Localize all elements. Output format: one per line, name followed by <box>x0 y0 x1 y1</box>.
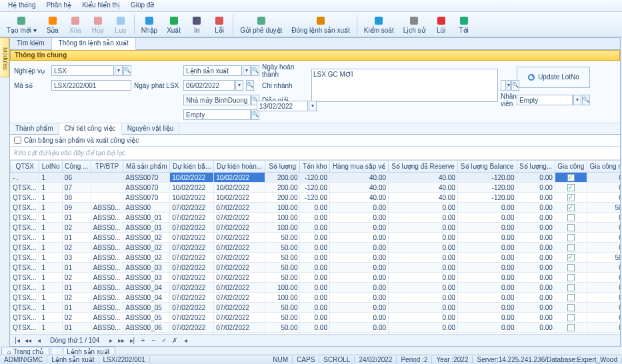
nav-prevpage-icon[interactable]: ◂◂ <box>23 337 33 344</box>
table-row[interactable]: QTSX...101ABSS0...ABSS00_0107/02/202207/… <box>11 213 621 223</box>
chinhanh-dropdown-icon[interactable]: ▾ <box>507 80 511 91</box>
loai-input[interactable] <box>183 65 242 76</box>
nav-first-icon[interactable]: |◂ <box>13 337 22 344</box>
tab-thanhpham[interactable]: Thành phẩm <box>10 123 59 134</box>
toolbar-xuất[interactable]: Xuất <box>163 13 185 36</box>
giacong-checkbox[interactable] <box>567 324 575 331</box>
toolbar-kiểm-soát[interactable]: Kiểm soát <box>360 13 398 36</box>
nav-left-icon[interactable]: ◂ <box>181 337 190 344</box>
nav-prev-icon[interactable]: ◂ <box>34 337 43 344</box>
nhamay-input[interactable] <box>183 95 251 105</box>
col-7[interactable]: Số lượng <box>265 161 300 173</box>
table-row[interactable]: QTSX...101ABSS0...ABSS00_0307/02/202207/… <box>11 263 621 273</box>
toolbar-đóng-lệnh-sản-xuất[interactable]: Đóng lệnh sản xuất <box>287 13 354 36</box>
nhanvien-input[interactable] <box>517 95 573 105</box>
col-10[interactable]: Số lượng đã Reserve <box>389 161 458 173</box>
col-3[interactable]: TP/BTP <box>91 161 123 173</box>
nav-nextpage-icon[interactable]: ▸▸ <box>117 337 126 344</box>
tab-chitiet[interactable]: Chi tiết công việc <box>59 123 122 135</box>
table-row[interactable]: QTSX...102ABSS0...ABSS00_0407/02/202207/… <box>11 293 621 303</box>
ngayhoan-cal-icon[interactable]: ▾ <box>309 101 317 111</box>
giacong-checkbox[interactable] <box>567 214 575 221</box>
nv2-input[interactable] <box>183 109 251 120</box>
table-row[interactable]: QTSX...102ABSS0...ABSS00_0507/02/202207/… <box>11 313 621 323</box>
col-0[interactable]: QTSX <box>11 161 39 173</box>
table-row[interactable]: QTSX...101ABSS0...ABSS00_0507/02/202207/… <box>11 303 621 313</box>
ngayphat-cal-icon[interactable]: ▾ <box>235 80 243 91</box>
toolbar-lùi[interactable]: Lùi <box>431 13 452 36</box>
toolbar-gửi-phê-duyệt[interactable]: Gửi phê duyệt <box>236 13 286 36</box>
giacong-checkbox[interactable] <box>567 194 575 201</box>
nghiepvu-search-icon[interactable]: 🔍 <box>123 65 131 76</box>
col-14[interactable]: Gia công mua <box>587 161 620 173</box>
chinhanh-input[interactable] <box>501 80 506 91</box>
loai-dropdown-icon[interactable]: ▾ <box>243 65 251 76</box>
table-row[interactable]: QTSX...108ABSS007010/02/202210/02/202220… <box>11 193 621 203</box>
table-row[interactable]: QTSX...101ABSS0...ABSS00_0607/02/202207/… <box>11 323 621 333</box>
col-5[interactable]: Dự kiến bắ... <box>170 161 214 173</box>
nghiepvu-input[interactable] <box>51 65 114 76</box>
giacong-checkbox[interactable] <box>567 244 575 251</box>
table-row[interactable]: QTSX...102ABSS0...ABSS00_0107/02/202207/… <box>11 223 621 233</box>
chinhanh-search-icon[interactable]: 🔍 <box>511 80 519 91</box>
modules-sidebar-tab[interactable]: Modules <box>0 37 9 77</box>
nhanvien-search-icon[interactable]: 🔍 <box>582 95 590 105</box>
nav-cancel-icon[interactable]: ✗ <box>170 337 179 344</box>
col-13[interactable]: Gia công <box>555 161 587 173</box>
table-row[interactable]: QTSX...107ABSS007010/02/202210/02/202220… <box>11 183 621 193</box>
toolbar-in[interactable]: In <box>186 13 207 36</box>
grid-group-hint[interactable]: Kéo cột dữ liệu vào đây để tạo bộ lọc <box>10 147 620 160</box>
diengiai-textarea[interactable]: LSX GC MỚI <box>311 69 498 102</box>
col-12[interactable]: Số lượng... <box>517 161 555 173</box>
giacong-checkbox[interactable] <box>567 304 575 311</box>
table-row[interactable]: QTSX...101ABSS0...ABSS00_0207/02/202207/… <box>11 233 621 243</box>
ngayphat-input[interactable] <box>183 80 235 91</box>
table-row[interactable]: QTSX...103ABSS0...ABSS00_0207/02/202207/… <box>11 253 621 263</box>
menu-view[interactable]: Kiểu hiển thị <box>77 0 125 11</box>
giacong-checkbox[interactable] <box>567 184 575 191</box>
toolbar-nhập[interactable]: Nhập <box>137 13 161 36</box>
nav-last-icon[interactable]: ▸| <box>127 337 137 344</box>
col-8[interactable]: Tồn kho <box>300 161 330 173</box>
grid-scroll[interactable]: QTSXLotNoCông ...TP/BTPMã sản phẩmDự kiế… <box>10 160 620 334</box>
col-6[interactable]: Dự kiến hoàn... <box>214 161 265 173</box>
table-row[interactable]: QTSX...102ABSS0...ABSS00_0307/02/202207/… <box>11 273 621 283</box>
giacong-checkbox[interactable] <box>567 224 575 231</box>
giacong-checkbox[interactable] <box>567 264 575 271</box>
ngayphat-search-icon[interactable]: 🔍 <box>246 80 254 91</box>
tab-search[interactable]: Tìm kiếm <box>10 38 52 49</box>
balance-checkbox[interactable] <box>14 137 21 144</box>
table-row[interactable]: QTSX...101ABSS0...ABSS00_0407/02/202207/… <box>11 283 621 293</box>
table-row[interactable]: - .106ABSS007010/02/202210/02/2022200.00… <box>11 173 621 183</box>
ngayhoan-input[interactable] <box>257 101 308 111</box>
col-9[interactable]: Hàng mua sắp về <box>329 161 388 173</box>
col-11[interactable]: Số lượng Balance <box>457 161 517 173</box>
table-row[interactable]: QTSX...102ABSS0...ABSS00_0207/02/202207/… <box>11 243 621 253</box>
giacong-checkbox[interactable] <box>567 294 575 301</box>
nav-del-icon[interactable]: − <box>149 337 158 344</box>
giacong-checkbox[interactable] <box>567 274 575 281</box>
nav-next-icon[interactable]: ▸ <box>106 337 115 344</box>
menu-help[interactable]: Giúp đỡ <box>125 0 159 11</box>
giacong-checkbox[interactable] <box>567 204 575 211</box>
nghiepvu-dropdown-icon[interactable]: ▾ <box>115 65 123 76</box>
toolbar-sửa[interactable]: Sửa <box>42 13 63 36</box>
table-row[interactable]: QTSX...109ABSS0...ABSS0007/02/202207/02/… <box>11 203 621 213</box>
col-1[interactable]: LotNo <box>39 161 62 173</box>
toolbar-lỗi[interactable]: Lỗi <box>209 13 230 36</box>
tab-nguyenlieu[interactable]: Nguyên vật liệu <box>122 123 180 134</box>
menu-system[interactable]: Hệ thống <box>3 0 41 11</box>
maso-input[interactable] <box>51 80 131 91</box>
giacong-checkbox[interactable] <box>567 254 575 261</box>
giacong-checkbox[interactable] <box>567 284 575 291</box>
toolbar-tạo-mới[interactable]: Tạo mới ▾ <box>3 13 41 36</box>
nhanvien-dropdown-icon[interactable]: ▾ <box>573 95 581 105</box>
giacong-checkbox[interactable] <box>567 314 575 321</box>
giacong-checkbox[interactable] <box>567 174 575 181</box>
giacong-checkbox[interactable] <box>567 234 575 241</box>
nav-add-icon[interactable]: + <box>138 337 147 344</box>
loai-search-icon[interactable]: 🔍 <box>251 65 259 76</box>
update-lotno-button[interactable]: Update LotNo <box>517 67 590 88</box>
toolbar-lịch-sử[interactable]: Lịch sử <box>399 13 429 36</box>
col-2[interactable]: Công ... <box>62 161 91 173</box>
